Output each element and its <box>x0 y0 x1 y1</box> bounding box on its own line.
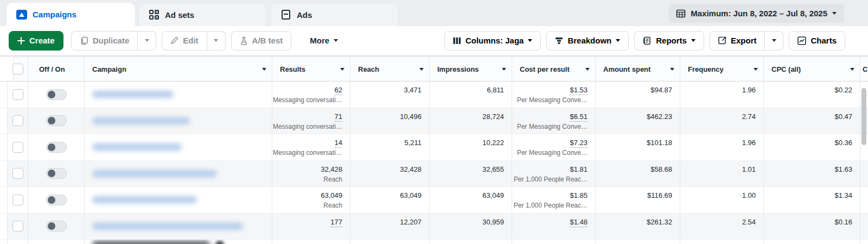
results-value: 63,049 <box>272 187 350 199</box>
calendar-icon <box>676 9 686 18</box>
header-amount-spent[interactable]: Amount spent <box>596 57 680 81</box>
campaign-toggle[interactable] <box>46 115 67 126</box>
row-checkbox[interactable] <box>12 115 23 126</box>
columns-button[interactable]: Columns: Jaga <box>444 31 541 51</box>
impressions-cell: 6,811 <box>430 82 512 108</box>
table-row: 71Messaging conversati… 10,496 28,724 $6… <box>0 108 868 135</box>
chevron-down-icon <box>214 39 218 42</box>
header-amount-spent-label: Amount spent <box>603 65 650 73</box>
results-cell: 177 <box>272 214 350 240</box>
header-reach[interactable]: Reach <box>350 57 430 81</box>
tab-ads[interactable]: Ads <box>270 3 399 26</box>
cost-sub-label: Per 1,000 People Reac… <box>514 202 588 209</box>
column-menu-caret-icon[interactable] <box>585 68 590 71</box>
export-dropdown-button[interactable] <box>765 31 783 51</box>
campaign-toggle[interactable] <box>46 142 67 153</box>
date-range-selector[interactable]: Maximum: Jun 8, 2022 – Jul 8, 2025 <box>668 4 844 23</box>
campaign-toggle[interactable] <box>46 168 67 179</box>
campaign-name-cell[interactable] <box>85 108 272 134</box>
cost-sub-label: Per Messaging Conve… <box>517 123 588 130</box>
header-reach-label: Reach <box>358 65 379 73</box>
column-menu-caret-icon[interactable] <box>262 68 266 71</box>
results-cell: 62Messaging conversati… <box>272 82 350 108</box>
header-campaign[interactable]: Campaign <box>85 57 272 81</box>
tab-ad-sets[interactable]: Ad sets <box>138 3 267 26</box>
cpc-cell: $1.34 <box>764 187 860 213</box>
column-menu-caret-icon[interactable] <box>502 68 506 71</box>
results-cell <box>272 240 350 244</box>
cpc-value: $0.36 <box>764 134 860 147</box>
column-menu-caret-icon[interactable] <box>670 68 674 71</box>
column-menu-caret-icon[interactable] <box>340 68 344 71</box>
duplicate-dropdown-button[interactable] <box>138 31 156 51</box>
campaign-name-cell[interactable] <box>85 161 272 187</box>
results-sub-label: Messaging conversati… <box>273 149 342 157</box>
select-all-checkbox[interactable] <box>12 64 23 74</box>
frequency-cell <box>680 240 764 244</box>
tab-campaigns[interactable]: Campaigns <box>7 3 135 26</box>
ab-test-button-label: A/B test <box>252 36 283 45</box>
campaign-name-cell[interactable] <box>85 214 272 240</box>
campaign-toggle[interactable] <box>46 195 67 205</box>
ab-test-button[interactable]: A/B test <box>231 31 292 51</box>
header-impressions-label: Impressions <box>437 65 479 73</box>
reach-cell <box>350 240 430 244</box>
edit-button[interactable]: Edit <box>162 31 207 51</box>
more-button[interactable]: More <box>304 31 343 51</box>
campaign-name-cell[interactable] <box>85 187 272 213</box>
chevron-down-icon <box>772 39 776 42</box>
impressions-value: 28,724 <box>430 108 512 121</box>
cost-value: $6.51 <box>570 112 588 122</box>
row-checkbox[interactable] <box>12 168 23 179</box>
row-checkbox[interactable] <box>12 221 23 232</box>
header-impressions[interactable]: Impressions <box>430 57 512 81</box>
tab-ads-label: Ads <box>297 10 312 20</box>
charts-button[interactable]: Charts <box>789 31 845 51</box>
duplicate-icon <box>80 36 88 45</box>
column-menu-caret-icon[interactable] <box>850 68 854 71</box>
column-menu-caret-icon[interactable] <box>754 68 758 71</box>
select-all-cell <box>8 57 28 81</box>
cpc-value: $1.63 <box>764 161 860 173</box>
campaign-name-cell[interactable] <box>85 134 272 160</box>
row-checkbox[interactable] <box>12 142 23 153</box>
row-toggle-cell <box>28 240 85 244</box>
create-button[interactable]: Create <box>9 31 63 51</box>
row-checkbox[interactable] <box>12 89 23 100</box>
vertical-scrollbar[interactable] <box>861 88 866 145</box>
reports-button[interactable]: Reports <box>634 31 704 51</box>
campaign-toggle[interactable] <box>46 89 67 100</box>
amount-spent-value: $462.23 <box>596 108 680 121</box>
header-cpc[interactable]: CPC (all) <box>764 57 860 81</box>
row-toggle-cell <box>28 134 85 160</box>
campaign-toggle[interactable] <box>46 221 67 232</box>
frequency-cell: 1.96 <box>680 82 764 108</box>
chevron-down-icon <box>616 39 620 42</box>
header-frequency-label: Frequency <box>688 65 724 73</box>
campaign-name-cell[interactable] <box>85 82 272 108</box>
row-partial-cell <box>860 187 868 213</box>
row-gutter <box>0 240 8 244</box>
header-off-on: Off / On <box>28 57 85 81</box>
cpc-value: $0.16 <box>764 214 860 226</box>
header-next-column-label: C <box>863 65 867 73</box>
column-menu-caret-icon[interactable] <box>419 68 424 71</box>
row-checkbox[interactable] <box>12 195 23 205</box>
frequency-value: 2.74 <box>680 108 763 121</box>
campaign-name-cell[interactable] <box>85 240 272 244</box>
header-cost-per-result[interactable]: Cost per result <box>512 57 596 81</box>
header-results[interactable]: Results <box>272 57 350 81</box>
duplicate-button[interactable]: Duplicate <box>71 31 138 51</box>
row-checkbox-cell <box>8 108 28 134</box>
edit-dropdown-button[interactable] <box>207 31 226 51</box>
export-split-button: Export <box>710 31 784 51</box>
row-gutter <box>0 187 8 213</box>
date-range-label: Maximum: Jun 8, 2022 – Jul 8, 2025 <box>691 9 827 18</box>
reach-value: 63,049 <box>350 187 429 199</box>
breakdown-button[interactable]: Breakdown <box>546 31 629 51</box>
header-frequency[interactable]: Frequency <box>680 57 764 81</box>
chevron-down-icon <box>334 39 338 42</box>
export-button[interactable]: Export <box>710 31 765 51</box>
cost-sub-label: Per 1,000 People Reac… <box>514 176 588 183</box>
cost-value: $7.23 <box>570 139 588 148</box>
